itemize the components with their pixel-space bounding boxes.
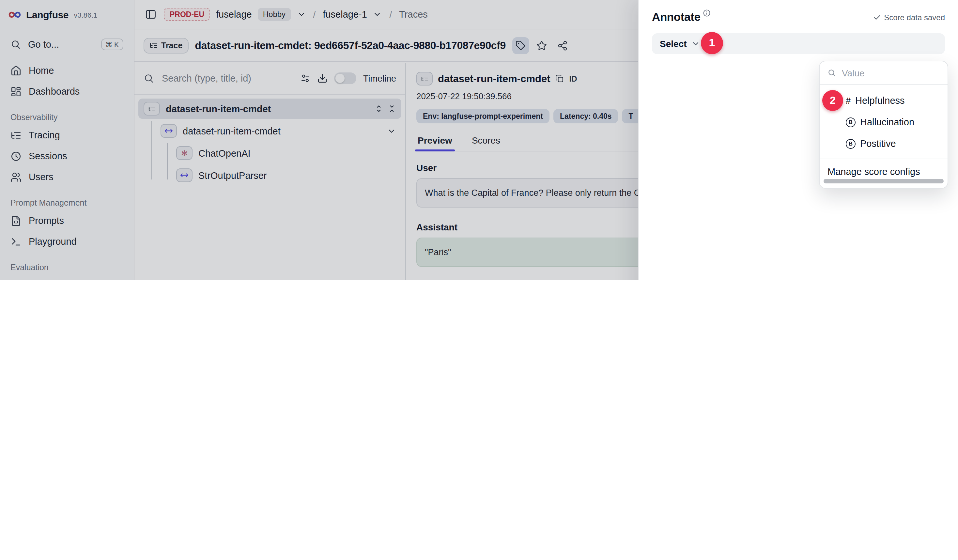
- step-marker-1: 1: [701, 32, 723, 54]
- score-config-dropdown: 2 # Helpfulness B Hallucination B Postit…: [819, 61, 948, 189]
- score-option-label: Helpfulness: [855, 95, 905, 106]
- chevron-down-icon: [692, 39, 701, 48]
- score-search-input[interactable]: [841, 67, 940, 79]
- boolean-type-icon: B: [846, 139, 855, 149]
- numeric-type-icon: #: [846, 96, 851, 105]
- drawer-overlay: [0, 0, 638, 280]
- score-select-trigger[interactable]: Select 1: [652, 33, 945, 54]
- scrollbar-thumb[interactable]: [823, 179, 944, 183]
- score-option-postitive[interactable]: B Postitive: [820, 134, 948, 153]
- check-icon: [873, 14, 881, 22]
- score-option-helpfulness[interactable]: 2 # Helpfulness: [820, 91, 948, 110]
- dropdown-scrollbar: [820, 179, 948, 186]
- step-marker-2: 2: [822, 90, 843, 111]
- info-icon[interactable]: [703, 9, 711, 17]
- boolean-type-icon: B: [846, 117, 855, 127]
- save-status: Score data saved: [873, 13, 945, 22]
- score-option-hallucination[interactable]: B Hallucination: [820, 112, 948, 132]
- annotate-title: Annotate: [652, 10, 700, 24]
- search-icon: [828, 68, 836, 77]
- score-option-label: Postitive: [860, 138, 896, 149]
- annotate-drawer: Annotate Score data saved Select 1 2 # H…: [638, 0, 958, 280]
- score-option-label: Hallucination: [860, 117, 914, 127]
- app-window: Langfuse v3.86.1 Go to... ⌘ K Home Dashb…: [0, 0, 958, 280]
- divider: [820, 159, 948, 159]
